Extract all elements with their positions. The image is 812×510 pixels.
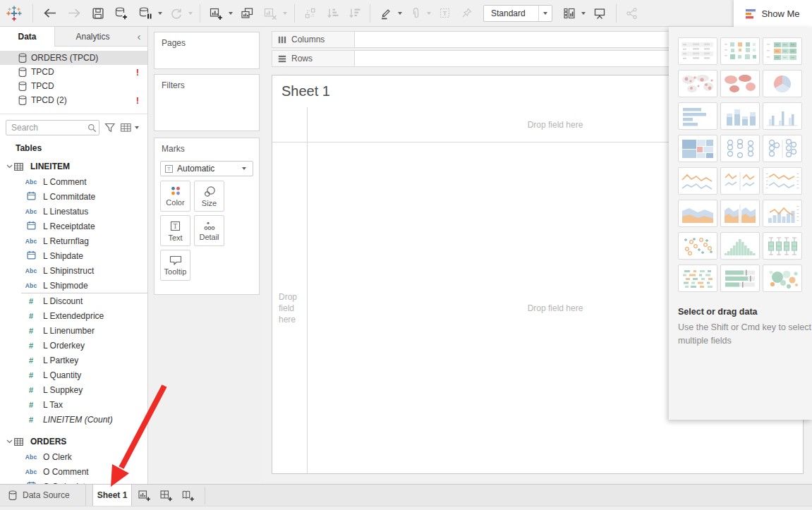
new-worksheet-tab-button[interactable] — [138, 485, 151, 506]
showme-histogram-thumbnail[interactable] — [720, 232, 760, 260]
showme-pie-chart-thumbnail[interactable] — [763, 70, 802, 97]
showme-line-discrete-thumbnail[interactable] — [720, 167, 760, 195]
new-worksheet-caret-icon[interactable] — [229, 12, 233, 15]
table-group-orders[interactable]: ORDERS — [0, 434, 147, 449]
table-group-lineitem[interactable]: LINEITEM — [0, 159, 147, 174]
mark-type-caret-icon[interactable] — [242, 167, 246, 170]
field-item[interactable]: O Orderdate — [0, 479, 147, 484]
detail-button[interactable]: Detail — [194, 215, 224, 246]
showme-box-and-whisker-thumbnail[interactable] — [763, 232, 802, 260]
showme-stacked-bar-thumbnail[interactable] — [720, 102, 760, 130]
search-input[interactable] — [6, 120, 99, 135]
new-story-tab-button[interactable] — [182, 485, 195, 506]
clear-sheet-button[interactable] — [261, 5, 280, 22]
fit-select[interactable]: Standard — [483, 5, 552, 22]
showme-filled-map-thumbnail[interactable] — [720, 70, 760, 97]
tab-sheet-1[interactable]: Sheet 1 — [92, 485, 132, 506]
showme-heat-map-thumbnail[interactable] — [720, 37, 760, 65]
field-item[interactable]: #L Quantity — [0, 368, 147, 382]
field-item[interactable]: #L Suppkey — [0, 382, 147, 397]
redo-button[interactable] — [64, 5, 85, 21]
field-item[interactable]: #L Discount — [0, 293, 147, 308]
datasource-item[interactable]: ORDERS (TPCD) — [0, 51, 147, 65]
chevron-down-icon[interactable] — [0, 164, 14, 169]
rows-drop-zone[interactable]: Drop field here — [272, 142, 308, 473]
share-button[interactable] — [623, 5, 641, 22]
swap-rows-columns-button[interactable] — [301, 5, 320, 22]
duplicate-sheet-button[interactable] — [238, 5, 257, 22]
fix-axes-button[interactable] — [458, 5, 475, 21]
view-options-icon[interactable] — [121, 123, 142, 132]
sort-descending-button[interactable] — [346, 5, 363, 21]
showme-bullet-graph-thumbnail[interactable] — [720, 265, 760, 292]
showme-circle-view-thumbnail[interactable] — [720, 135, 760, 162]
mark-type-select[interactable]: T Automatic — [160, 161, 253, 176]
show-mark-labels-button[interactable]: T — [436, 5, 454, 21]
tab-data-source[interactable]: Data Source — [0, 485, 86, 506]
showme-side-by-side-circle-thumbnail[interactable] — [763, 135, 802, 162]
field-item[interactable]: AbcL Shipinstruct — [0, 263, 147, 278]
field-item[interactable]: AbcL Linestatus — [0, 204, 147, 219]
showme-horizontal-bar-thumbnail[interactable] — [678, 102, 717, 130]
group-members-button[interactable] — [407, 5, 424, 22]
field-item[interactable]: AbcO Clerk — [0, 449, 147, 464]
showme-highlight-table-thumbnail[interactable] — [763, 37, 802, 65]
field-item[interactable]: #L Partkey — [0, 353, 147, 368]
field-item[interactable]: #L Linenumber — [0, 323, 147, 338]
showme-gantt-thumbnail[interactable] — [678, 265, 717, 292]
pause-auto-updates-caret-icon[interactable] — [158, 12, 162, 15]
highlight-caret-icon[interactable] — [398, 12, 402, 15]
field-item[interactable]: #L Orderkey — [0, 338, 147, 353]
showme-packed-bubbles-thumbnail[interactable] — [763, 265, 802, 292]
tooltip-button[interactable]: Tooltip — [160, 250, 190, 281]
chevron-down-icon[interactable] — [0, 439, 14, 444]
show-me-button[interactable]: Show Me — [734, 0, 812, 27]
save-button[interactable] — [89, 5, 107, 22]
run-auto-updates-caret-icon[interactable] — [188, 12, 193, 15]
fit-select-caret-icon[interactable] — [538, 6, 552, 21]
field-item[interactable]: #L Extendedprice — [0, 308, 147, 323]
size-button[interactable]: Size — [194, 181, 224, 212]
filter-fields-icon[interactable] — [104, 123, 116, 133]
showme-dual-combination-thumbnail[interactable] — [763, 200, 802, 227]
field-item[interactable]: AbcL Returnflag — [0, 233, 147, 248]
showme-symbol-map-thumbnail[interactable] — [678, 70, 717, 97]
field-item[interactable]: #LINEITEM (Count) — [0, 412, 147, 427]
new-dashboard-tab-button[interactable] — [160, 485, 173, 506]
show-hide-cards-caret-icon[interactable] — [581, 12, 586, 15]
showme-treemap-thumbnail[interactable] — [678, 135, 717, 162]
showme-line-continuous-thumbnail[interactable] — [678, 167, 717, 195]
run-auto-updates-button[interactable] — [167, 5, 186, 22]
pages-shelf[interactable]: Pages — [154, 32, 260, 69]
field-item[interactable]: L Commitdate — [0, 189, 147, 204]
tab-data[interactable]: Data — [0, 27, 55, 47]
presentation-mode-button[interactable] — [590, 5, 610, 22]
field-item[interactable]: L Shipdate — [0, 248, 147, 263]
datasource-item[interactable]: TPCD — [0, 79, 147, 93]
field-item[interactable]: AbcL Shipmode — [0, 278, 147, 293]
showme-side-by-side-bar-thumbnail[interactable] — [763, 102, 802, 130]
sort-ascending-button[interactable] — [324, 5, 341, 21]
showme-text-table-thumbnail[interactable] — [678, 37, 717, 65]
undo-button[interactable] — [40, 5, 60, 21]
field-item[interactable]: #L Tax — [0, 397, 147, 412]
field-item[interactable]: AbcO Comment — [0, 464, 147, 479]
filters-shelf[interactable]: Filters — [154, 74, 260, 131]
field-item[interactable]: AbcL Comment — [0, 174, 147, 189]
new-data-source-button[interactable] — [111, 4, 131, 22]
datasource-item[interactable]: TPCD! — [0, 65, 147, 79]
datasource-item[interactable]: TPCD (2)! — [0, 93, 147, 107]
field-item[interactable]: L Receiptdate — [0, 219, 147, 233]
new-worksheet-button[interactable] — [207, 5, 226, 22]
tab-analytics[interactable]: Analytics — [55, 27, 131, 47]
text-button[interactable]: T Text — [160, 215, 190, 246]
group-members-caret-icon[interactable] — [427, 12, 431, 15]
color-button[interactable]: Color — [160, 181, 190, 212]
showme-area-discrete-thumbnail[interactable] — [720, 200, 760, 227]
collapse-pane-icon[interactable]: ‹ — [131, 27, 147, 47]
showme-dual-line-thumbnail[interactable] — [763, 167, 802, 195]
pause-auto-updates-button[interactable] — [135, 4, 155, 22]
clear-sheet-caret-icon[interactable] — [283, 12, 287, 15]
showme-area-continuous-thumbnail[interactable] — [678, 200, 717, 227]
showme-scatter-plot-thumbnail[interactable] — [678, 232, 717, 260]
